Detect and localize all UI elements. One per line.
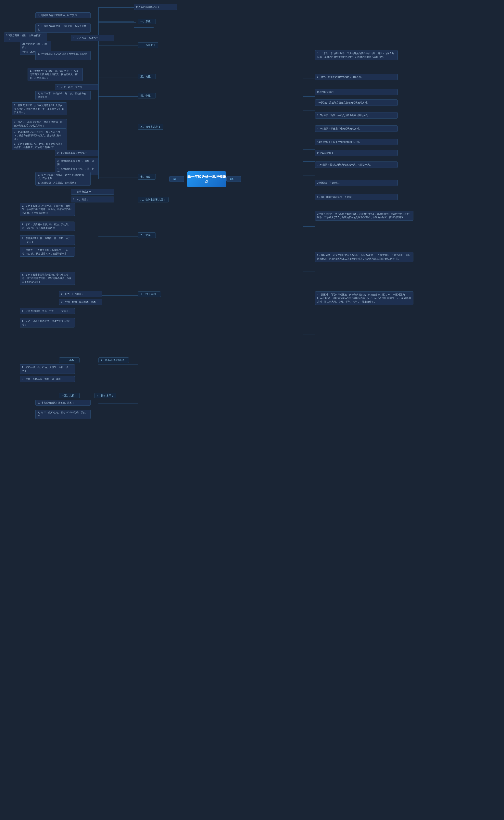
west-europe-label: 七、西欧：	[138, 174, 156, 180]
north-europe-item-3: 3、矿产：石油西伯利亚平原、东欧平原、天然气、铁中西伯利亚高原、东乌山、铁矿中西…	[20, 203, 75, 216]
north-pole-item-0: 3、按水水库；	[95, 393, 116, 398]
right-line-0: 16时经线：晨线与赤道交点所在的经线的地方时。	[315, 99, 398, 106]
world-resources-title: 世界各区域资源分布：	[134, 4, 177, 10]
west-asia-item-2: 2、特产：土耳其卡拉羊毛、摩洛哥橄榄油，阿富汗紫羔皮毛，伊拉克椰枣；	[12, 119, 67, 129]
north-pole-label: 十三、北极：	[59, 393, 80, 398]
latin-america-item-4: 4、经济作物咖啡、香蕉、甘蔗十一、大洋洲：	[20, 308, 75, 314]
latin-america-item-3: 3、生物：植物—森林红木、乌木；	[59, 299, 102, 305]
west-asia-item-3: 3、北非的铁矿分布在利比亚、埃及与苏丹境内，磷分布在西部沿海地区六、盛给拉以南非…	[12, 129, 67, 142]
central-node: 高一年级必修一地理知识点	[187, 171, 226, 187]
north-europe-item-1: 1、森林资源第一；	[71, 189, 114, 195]
central-asia-item-1: 2、矿产丰富，种类多样，煤、铁、石油分布在里海沿岸；	[35, 91, 91, 100]
right-line-180: 218时经线：昏线与赤道交点所在的经线的地方时。	[315, 112, 398, 119]
south-pole-label: 十二、南极：	[59, 357, 80, 363]
west-asia-item-1: 1、石油资源丰富，分布在波斯湾沿岸以及伊拉克克境内，储量占世界的一半，开采量为1…	[12, 102, 67, 115]
right-step1: 1计算当地时区：将已知经度数除以15，若余数小于7.5，则该经的地处是该经度所在…	[315, 211, 413, 221]
right-line-1180: 1180经线：固定性日期为向东减一天，向西加一天。	[315, 161, 398, 168]
latin-america-item-5: 1、矿产—铁道斯马尼亚岛、煤澳大利亚东部沿海；	[20, 318, 75, 327]
southeast-asia-label: 二、东南亚：	[138, 42, 158, 48]
north-pole-item-1: 1、丰富生物资源：北极熊、海豹；	[35, 400, 91, 406]
right-line-424: 424时经线：平分夜半球的经线的地方时。	[315, 139, 398, 145]
north-europe-item-2: 2、水力资源；	[71, 197, 114, 202]
north-america-item-1: 1、矿产：煤美国东北部、铁、石油、天然气、钢、铝铝锌—有色金属美国西部；	[20, 222, 75, 231]
right-line-312: 312时经线：平分昼半球的经线的地方时。	[315, 125, 398, 132]
south-asia-item-1: 1、印度矿产主要以煤、铁、锰矿为主，分布在德干高原北部;另外土壤肥沃，耕地面积大…	[28, 68, 83, 81]
north-europe-label: 八、欧洲北部和北亚：	[138, 197, 169, 202]
south-asia-label: 三、南亚：	[138, 74, 156, 79]
right-reason2: 2一种线：特殊的时间经线和两个日期界线。	[315, 74, 398, 80]
right-special-time: 特殊的时间经线：	[315, 89, 398, 95]
south-pole-item-2: 2、生物—企鹅乌龟、海豹、鲸、磷虾；	[20, 376, 75, 382]
east-asia-item-2: 2、日本国内森林资源、水利资源、渔业资源丰富；	[35, 23, 91, 33]
right-date-lines: 两个日期界线：	[315, 150, 398, 156]
latin-america-item-1: 1、矿产：石油墨西哥东南沿海、委内瑞拉沿海，锰巴西南部东南部，钴智利世界最多，铁…	[20, 272, 75, 285]
se-asia-item-1: 1、矿产以锡、石油为主；	[71, 35, 114, 41]
right-step3: 3计算区时：利用所得时区差，向东加向西则减，例如当当东二区为2时，东区时区为6+…	[315, 291, 413, 305]
west-asia-item-4: 1、矿产：金刚石、锰、钢铁、铀；钢铁比亚黄金排非，铁利比亚、石油是日前亚矿非；	[12, 141, 67, 150]
se-asia-item-5: 2、种植业发达：1马来西亚：天然橡胶、油棕第一；	[35, 51, 91, 60]
north-pole-item-2: 2、矿产：煤30亿吨、石油100-200亿桶、天然气；	[35, 410, 91, 419]
west-asia-item-5: 2、水利资源丰富：世界第二；	[55, 150, 98, 156]
latin-america-item-2: 2、水力：巴西高原；	[59, 291, 102, 297]
right-branch-label: 【篇一】	[226, 176, 241, 182]
west-europe-item-2: 2、旅游资源—人文景观、自然景观；	[35, 180, 91, 186]
east-asia-item-1: 1、朝鲜境内有丰富的森林、矿产资源；	[35, 12, 91, 18]
north-america-label: 九、北美：	[138, 232, 156, 238]
north-america-item-2: 2、森林美带针叶林、温带阔叶林、草场、水力——美国；	[20, 235, 75, 245]
north-america-item-3: 3、加拿大——森林为原料，新闻纸加工、石油、钢、煤、铁占世界80%，渔业资源丰富…	[20, 247, 75, 257]
right-reason1: 1一个原理：东边的时刻早。因为地球是自西向东自转的，所以从边先看到日出，东时区区…	[315, 50, 398, 60]
west-asia-label: 五、西亚和北非：	[138, 124, 163, 130]
right-step2: 2计算时区差：同为东时区或同为西时区，时区数相减，一个在东时区一个在西时区，则时…	[315, 252, 413, 262]
south-asia-item-2: 1、小麦、棉花、畜产品；	[55, 84, 98, 90]
east-asia-label: 一、东亚：	[138, 19, 156, 24]
south-pole-item-1: 1、矿产—煤、铁、石油、天然气、生物、淡水；	[20, 364, 75, 374]
latin-america-label: 十、拉丁美洲：	[138, 291, 161, 297]
south-pole-label2: 2、稀有动物-鹅湖鹅；	[98, 357, 129, 363]
right-line-20: 20时经线：不确定性。	[315, 180, 398, 186]
central-asia-label: 四、中亚：	[138, 93, 156, 98]
left-branch-label: 【篇二】	[169, 176, 184, 182]
se-asia-item-2: 2印度尼西亚：胡椒、金鸡纳霜第一；	[4, 32, 47, 42]
right-calc3: 3计算区时和时区计算的三个步骤。	[315, 194, 398, 200]
mind-map: 高一年级必修一地理知识点 【篇二】 【篇一】 世界各区域资源分布： 一、东亚： …	[0, 0, 504, 820]
